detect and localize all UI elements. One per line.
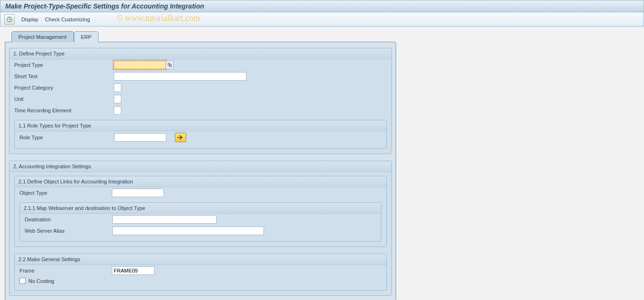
label-frame: Frame — [19, 268, 112, 273]
group-title-2: 2. Accounting Integration Settings — [9, 161, 391, 172]
label-object-type: Object Type — [19, 190, 112, 196]
label-short-text: Short Text — [14, 73, 114, 79]
app-toolbar: Display Check Customizing © www.tutorial… — [0, 12, 644, 27]
label-project-category: Project Category — [14, 85, 114, 91]
execute-clock-icon — [6, 16, 13, 23]
page-title: Make Project-Type-Specific Settings for … — [5, 2, 204, 10]
subgroup-title-2-2: 2.2 Make General Settings — [15, 254, 386, 265]
label-web-server-alias: Web Server Alias — [25, 228, 112, 234]
tab-erp[interactable]: ERP — [74, 31, 99, 42]
arrow-right-icon — [177, 135, 184, 140]
label-unit: Unit — [14, 96, 114, 102]
web-server-alias-input[interactable] — [112, 227, 264, 235]
role-type-next-button[interactable] — [175, 133, 186, 142]
subgroup-title-2-1: 2.1 Define Object Links for Accounting I… — [15, 176, 386, 187]
no-costing-checkbox[interactable] — [19, 278, 26, 284]
check-customizing-button[interactable]: Check Customizing — [45, 17, 90, 22]
project-category-input[interactable] — [114, 83, 121, 92]
tab-panel-project-management: 1. Define Project Type Project Type Shor… — [5, 42, 396, 300]
window-titlebar: Make Project-Type-Specific Settings for … — [0, 0, 644, 12]
group-accounting-integration: 2. Accounting Integration Settings 2.1 D… — [9, 161, 392, 296]
label-time-recording-element: Time Recording Element — [14, 108, 114, 113]
destination-input[interactable] — [112, 215, 217, 224]
group-title-1: 1. Define Project Type — [9, 48, 391, 59]
role-type-input[interactable] — [114, 133, 166, 142]
display-button[interactable]: Display — [21, 17, 38, 22]
frame-input[interactable] — [112, 266, 154, 275]
object-type-input[interactable] — [112, 189, 164, 197]
search-help-icon — [168, 63, 172, 67]
subgroup-general-settings: 2.2 Make General Settings Frame No Costi… — [14, 254, 387, 291]
unit-input[interactable] — [114, 95, 121, 103]
time-recording-input[interactable] — [114, 106, 121, 115]
subgroup-title-1-1: 1.1 Role Types for Project Type — [15, 120, 386, 131]
label-destination: Destination — [25, 217, 112, 222]
subgroup-object-links: 2.1 Define Object Links for Accounting I… — [14, 176, 387, 247]
content-area: Project Management ERP 1. Define Project… — [0, 27, 644, 300]
tab-project-management[interactable]: Project Management — [11, 31, 74, 42]
project-type-f4-icon[interactable] — [166, 61, 173, 69]
project-type-input[interactable] — [114, 61, 166, 69]
subgroup-title-2-1-1: 2.1.1 Map Webserver and destination to O… — [20, 203, 381, 214]
subgroup-map-webserver: 2.1.1 Map Webserver and destination to O… — [19, 202, 381, 242]
label-project-type: Project Type — [14, 62, 114, 68]
short-text-input[interactable] — [114, 72, 246, 81]
tabstrip: Project Management ERP — [11, 31, 639, 42]
label-role-type: Role Type — [19, 135, 114, 140]
group-define-project-type: 1. Define Project Type Project Type Shor… — [9, 48, 392, 154]
label-no-costing: No Costing — [28, 278, 54, 284]
subgroup-role-types: 1.1 Role Types for Project Type Role Typ… — [14, 120, 387, 149]
watermark-text: © www.tutorialkart.com — [117, 13, 200, 23]
execute-icon-button[interactable] — [4, 14, 15, 25]
